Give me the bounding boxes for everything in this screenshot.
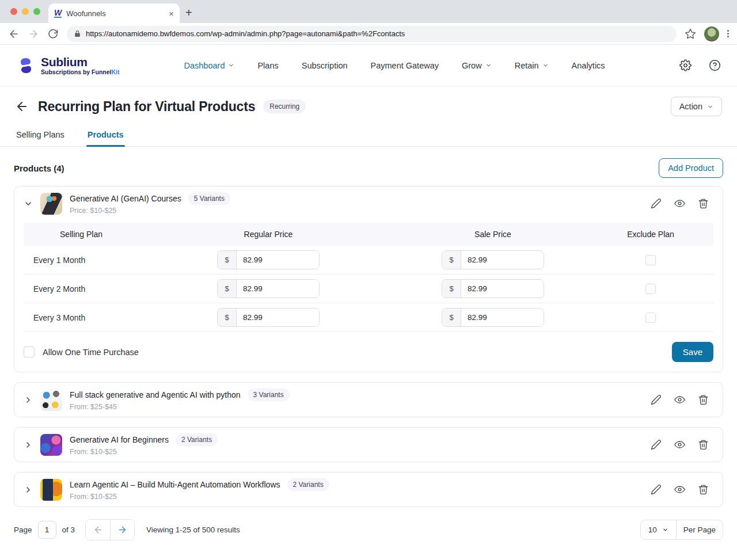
url-text: https://autonamidemo.bwfdemos.com/wp-adm…: [86, 29, 405, 38]
pagination-bar: Page of 3 Viewing 1-25 of 500 results 10…: [14, 519, 723, 554]
chevron-down-icon[interactable]: [24, 199, 33, 208]
maximize-window-button[interactable]: [33, 8, 40, 15]
products-heading: Products (4): [14, 163, 64, 173]
nav-item-analytics[interactable]: Analytics: [572, 61, 605, 70]
per-page-select[interactable]: 10: [641, 520, 677, 539]
arrow-left-icon: [93, 525, 103, 535]
exclude-plan-checkbox[interactable]: [645, 313, 656, 323]
edit-pencil-icon[interactable]: [651, 198, 662, 209]
edit-pencil-icon[interactable]: [651, 439, 662, 450]
bookmark-star-icon[interactable]: [685, 28, 696, 40]
product-info: Generative AI for Beginners 2 Variants F…: [70, 433, 218, 456]
sale-price-input-group: $: [442, 250, 544, 269]
currency-prefix: $: [218, 280, 237, 298]
view-eye-icon[interactable]: [674, 484, 685, 495]
exclude-plan-checkbox[interactable]: [645, 284, 656, 294]
chevron-down-icon: [707, 104, 713, 110]
delete-trash-icon[interactable]: [698, 198, 709, 209]
help-icon[interactable]: [709, 59, 721, 71]
column-sale-price: Sale Price: [398, 230, 588, 239]
page-label: Page: [14, 525, 32, 534]
minimize-window-button[interactable]: [22, 8, 29, 15]
product-actions: [651, 484, 709, 495]
products-header: Products (4) Add Product: [14, 158, 723, 178]
product-row[interactable]: Generative AI for Beginners 2 Variants F…: [14, 428, 723, 462]
sale-price-input-group: $: [442, 279, 544, 298]
exclude-plan-checkbox[interactable]: [645, 255, 656, 265]
nav-item-payment-gateway[interactable]: Payment Gateway: [371, 61, 439, 70]
back-arrow-icon[interactable]: [15, 100, 29, 113]
previous-page-button[interactable]: [86, 520, 110, 540]
view-eye-icon[interactable]: [674, 439, 685, 450]
traffic-lights[interactable]: [10, 8, 40, 15]
close-window-button[interactable]: [10, 8, 17, 15]
product-price: From: $25-$45: [70, 403, 290, 411]
nav-item-grow[interactable]: Grow: [462, 61, 492, 70]
tab-bar: Selling Plans Products: [0, 122, 737, 147]
product-thumbnail: [40, 193, 62, 215]
product-row[interactable]: Full stack generative and Agentic AI wit…: [14, 383, 723, 417]
product-name: Generative AI (GenAI) Courses: [70, 194, 181, 203]
nav-item-retain[interactable]: Retain: [515, 61, 549, 70]
product-actions: [651, 394, 709, 405]
gear-icon[interactable]: [679, 59, 692, 71]
product-thumbnail: [40, 434, 62, 456]
nav-item-subscription[interactable]: Subscription: [302, 61, 348, 70]
view-eye-icon[interactable]: [674, 198, 685, 209]
page-number-input[interactable]: [38, 521, 56, 539]
browser-tabstrip: W Woofunnels × +: [0, 0, 737, 23]
product-card: Generative AI for Beginners 2 Variants F…: [14, 427, 723, 462]
chevron-right-icon[interactable]: [24, 440, 33, 449]
plan-name: Every 1 Month: [24, 256, 139, 265]
sale-price-input[interactable]: [461, 280, 544, 298]
regular-price-input-group: $: [217, 308, 320, 327]
logo-subtitle: Subscriptions by FunnelKit: [41, 68, 120, 75]
save-button[interactable]: Save: [672, 342, 713, 362]
browser-tab[interactable]: W Woofunnels ×: [48, 3, 180, 23]
regular-price-input[interactable]: [237, 280, 319, 298]
sublium-logo[interactable]: Sublium Subscriptions by FunnelKit: [16, 56, 120, 75]
tab-products[interactable]: Products: [86, 125, 125, 146]
product-row[interactable]: Learn Agentic AI – Build Multi-Agent Aut…: [14, 473, 723, 506]
product-info: Generative AI (GenAI) Courses 5 Variants…: [70, 192, 230, 215]
regular-price-input[interactable]: [237, 251, 319, 269]
allow-one-time-purchase-label: Allow One Time Purchase: [43, 348, 139, 357]
chevron-down-icon: [662, 527, 668, 533]
back-icon[interactable]: [8, 28, 20, 40]
regular-price-input-group: $: [217, 279, 320, 298]
browser-menu-icon[interactable]: [727, 30, 729, 37]
add-product-button[interactable]: Add Product: [659, 158, 723, 178]
currency-prefix: $: [442, 308, 461, 326]
edit-pencil-icon[interactable]: [651, 394, 662, 405]
regular-price-input-group: $: [217, 250, 320, 269]
product-price: From: $10-$25: [70, 493, 329, 501]
product-name: Learn Agentic AI – Build Multi-Agent Aut…: [70, 480, 280, 489]
browser-profile-avatar[interactable]: [704, 26, 719, 41]
view-eye-icon[interactable]: [674, 394, 685, 405]
edit-pencil-icon[interactable]: [651, 484, 662, 495]
plan-name: Every 2 Month: [24, 284, 139, 294]
product-thumbnail: [40, 479, 62, 501]
regular-price-input[interactable]: [237, 308, 319, 326]
url-bar[interactable]: https://autonamidemo.bwfdemos.com/wp-adm…: [67, 26, 677, 42]
tab-selling-plans[interactable]: Selling Plans: [15, 125, 66, 146]
action-button[interactable]: Action: [671, 97, 722, 116]
arrow-right-icon: [117, 525, 127, 535]
chevron-right-icon[interactable]: [24, 395, 33, 405]
new-tab-button[interactable]: +: [185, 7, 192, 18]
next-page-button[interactable]: [110, 520, 134, 540]
product-row[interactable]: Generative AI (GenAI) Courses 5 Variants…: [14, 186, 723, 220]
card-footer: Allow One Time Purchase Save: [14, 332, 723, 372]
nav-item-dashboard[interactable]: Dashboard: [184, 61, 235, 70]
forward-icon[interactable]: [28, 28, 39, 40]
close-tab-icon[interactable]: ×: [169, 9, 174, 18]
sale-price-input[interactable]: [461, 251, 544, 269]
delete-trash-icon[interactable]: [698, 394, 709, 405]
reload-icon[interactable]: [47, 28, 59, 40]
sale-price-input[interactable]: [461, 308, 544, 326]
delete-trash-icon[interactable]: [698, 439, 709, 450]
chevron-right-icon[interactable]: [24, 485, 33, 494]
delete-trash-icon[interactable]: [698, 484, 709, 495]
nav-item-plans[interactable]: Plans: [257, 61, 278, 70]
allow-one-time-purchase-checkbox[interactable]: [24, 346, 35, 357]
